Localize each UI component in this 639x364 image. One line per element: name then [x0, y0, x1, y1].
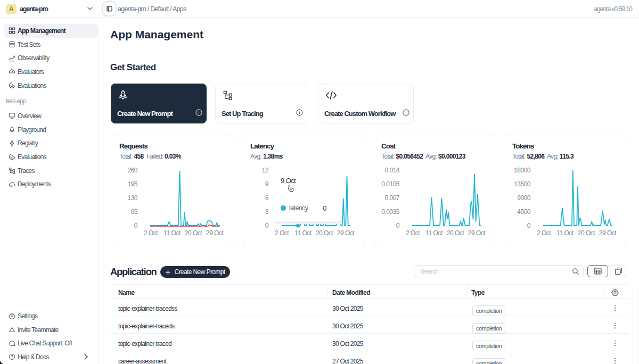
svg-text:13500: 13500: [514, 180, 531, 188]
svg-text:18000: 18000: [514, 167, 531, 174]
svg-text:29 Oct: 29 Oct: [206, 229, 224, 237]
svg-text:195: 195: [127, 180, 137, 188]
svg-text:0.014: 0.014: [384, 167, 399, 174]
svg-text:0: 0: [527, 222, 531, 229]
svg-text:2 Oct: 2 Oct: [144, 229, 158, 237]
svg-text:9 Oct: 9 Oct: [281, 177, 296, 185]
svg-text:29 Oct: 29 Oct: [337, 229, 355, 237]
svg-text:2 Oct: 2 Oct: [537, 229, 551, 237]
svg-text:20 Oct: 20 Oct: [316, 229, 334, 237]
svg-text:65: 65: [131, 208, 138, 216]
svg-text:latency: latency: [289, 204, 309, 212]
svg-text:11 Oct: 11 Oct: [425, 229, 443, 237]
svg-text:9000: 9000: [517, 194, 531, 202]
svg-text:0: 0: [396, 222, 400, 229]
svg-text:0.007: 0.007: [384, 194, 399, 202]
svg-text:11 Oct: 11 Oct: [163, 229, 181, 237]
svg-text:0.0035: 0.0035: [381, 208, 400, 216]
svg-text:2 Oct: 2 Oct: [406, 229, 420, 237]
svg-text:6: 6: [265, 194, 269, 202]
svg-text:0.0105: 0.0105: [381, 180, 400, 188]
svg-text:0: 0: [323, 204, 326, 212]
svg-text:20 Oct: 20 Oct: [578, 229, 596, 237]
svg-text:29 Oct: 29 Oct: [468, 229, 486, 237]
svg-text:3: 3: [265, 208, 269, 216]
svg-text:11 Oct: 11 Oct: [556, 229, 574, 237]
svg-text:9: 9: [265, 180, 269, 188]
svg-text:12: 12: [262, 167, 269, 174]
svg-text:20 Oct: 20 Oct: [185, 229, 203, 237]
svg-text:130: 130: [127, 194, 137, 202]
svg-text:260: 260: [127, 167, 137, 174]
svg-text:4500: 4500: [517, 208, 531, 216]
svg-text:0: 0: [265, 222, 269, 229]
svg-text:20 Oct: 20 Oct: [447, 229, 465, 237]
svg-text:29 Oct: 29 Oct: [599, 229, 617, 237]
svg-text:2 Oct: 2 Oct: [275, 229, 289, 237]
svg-text:11 Oct: 11 Oct: [294, 229, 312, 237]
svg-text:0: 0: [134, 222, 138, 229]
